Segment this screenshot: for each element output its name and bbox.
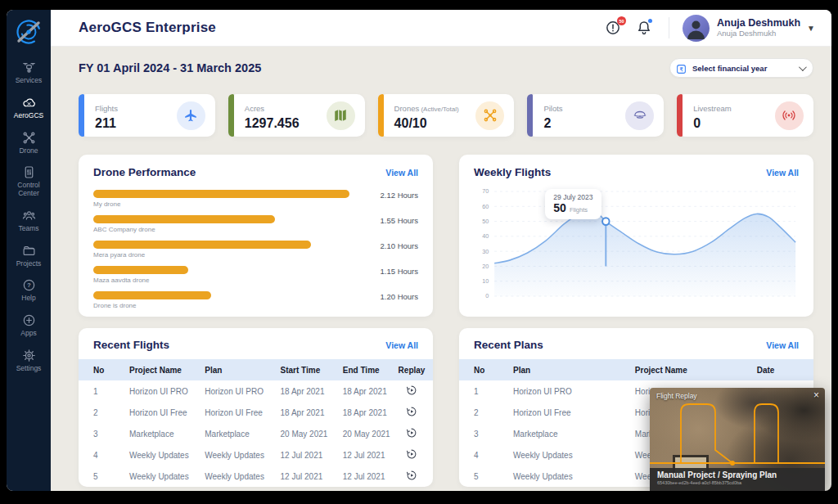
weekly-flights-chart: 010203040506070 29 July 2023 50 Flights — [474, 183, 799, 306]
sidebar-item-label: Drone — [19, 147, 38, 155]
replay-footer: Manual Project / Spraying Plan 65430bee-… — [650, 468, 825, 491]
table-cell: 4 — [459, 451, 498, 460]
financial-year-select[interactable]: ₹ Select financial year — [669, 58, 813, 78]
performance-bar-row: ABC Company drone1.55 Hours — [93, 215, 418, 233]
column-header: Date — [742, 366, 813, 375]
svg-text:10: 10 — [482, 277, 489, 285]
drone-name-label: My drone — [93, 200, 349, 208]
recent-plans-title: Recent Plans — [474, 339, 543, 351]
performance-bar-row: Mera pyara drone2.10 Hours — [93, 241, 418, 259]
close-icon[interactable]: × — [813, 389, 819, 401]
table-cell: 2 — [79, 408, 115, 417]
stat-card-livestream: Livestream0 — [677, 94, 813, 137]
sidebar-item-label: Settings — [16, 365, 42, 373]
notifications-bell-icon[interactable] — [636, 20, 652, 36]
column-header: Start Time — [266, 366, 328, 375]
table-cell: 12 Jul 2021 — [328, 451, 390, 460]
recent-plans-view-all-link[interactable]: View All — [766, 340, 799, 350]
fiscal-year-heading: FY 01 April 2024 - 31 March 2025 — [79, 61, 261, 74]
column-header: Plan — [190, 366, 265, 375]
drone-name-label: Maza aavdta drone — [93, 277, 349, 284]
replay-button[interactable] — [406, 406, 417, 417]
replay-button[interactable] — [406, 385, 417, 396]
notification-dot — [648, 19, 652, 23]
table-cell: Marketplace — [190, 430, 265, 439]
table-cell: 12 Jul 2021 — [266, 451, 328, 460]
recent-flights-title: Recent Flights — [93, 339, 169, 351]
sidebar-item-aerogcs[interactable]: AeroGCS — [7, 96, 51, 120]
drone-performance-view-all-link[interactable]: View All — [385, 168, 418, 178]
replay-button[interactable] — [406, 448, 417, 460]
user-menu-caret-icon[interactable]: ▼ — [807, 24, 815, 33]
sidebar-item-help[interactable]: ?Help — [7, 278, 51, 303]
column-header: No — [459, 366, 498, 375]
table-cell: 5 — [79, 472, 115, 481]
table-cell: Weekly Updates — [115, 472, 190, 481]
table-header-row: NoPlanProject NameDate — [459, 359, 813, 380]
sidebar-item-settings[interactable]: Settings — [7, 349, 51, 373]
stat-value: 0 — [693, 115, 731, 132]
hours-label: 1.20 Hours — [361, 292, 418, 301]
hours-label: 2.10 Hours — [361, 241, 418, 250]
table-cell: Horizon UI Free — [498, 408, 620, 417]
svg-text:70: 70 — [482, 187, 489, 195]
sidebar-item-apps[interactable]: Apps — [7, 313, 51, 338]
gear-icon — [22, 349, 36, 362]
table-cell: Horizon UI PRO — [498, 387, 620, 396]
sidebar-item-services[interactable]: Services — [7, 61, 51, 85]
control-panel-icon — [22, 165, 36, 179]
chart-tooltip: 29 July 2023 50 Flights — [545, 189, 601, 219]
drone-name-label: Drone is drone — [93, 302, 349, 309]
performance-bar — [93, 190, 349, 198]
sidebar-item-control-center[interactable]: Control Center — [7, 165, 51, 198]
table-cell: 18 Apr 2021 — [328, 408, 390, 417]
table-cell: 12 Jul 2021 — [328, 472, 390, 481]
rupee-calendar-icon: ₹ — [676, 63, 687, 74]
stat-value: 2 — [543, 115, 562, 132]
sidebar-item-projects[interactable]: Projects — [7, 244, 51, 268]
performance-bar — [93, 215, 275, 223]
user-menu[interactable]: Anuja Deshmukh Anuja Deshmukh — [717, 17, 800, 38]
tooltip-unit: Flights — [570, 206, 588, 214]
drone-performance-title: Drone Performance — [93, 166, 196, 178]
sidebar-item-label: Apps — [20, 330, 36, 338]
sidebar-item-label: Help — [21, 295, 35, 303]
aerogcs-logo-icon — [11, 15, 46, 49]
table-row: 4Weekly UpdatesWeekly Updates12 Jul 2021… — [79, 444, 433, 466]
replay-plan-id: 65430bee-ed2b-4eed-a0cf-85bb375cd0ba — [657, 480, 818, 485]
sidebar-item-label: Control Center — [7, 182, 51, 198]
stat-label: Pilots — [543, 104, 562, 113]
replay-button[interactable] — [406, 427, 417, 439]
tooltip-date: 29 July 2023 — [553, 193, 592, 201]
table-cell: Horizon UI PRO — [190, 387, 265, 396]
table-cell: 5 — [459, 472, 498, 481]
table-cell: Weekly Updates — [498, 472, 620, 481]
table-cell: 20 May 2021 — [328, 430, 390, 439]
user-name: Anuja Deshmukh — [717, 17, 800, 29]
avatar[interactable] — [683, 15, 710, 42]
stat-accent-bar — [527, 94, 533, 137]
financial-year-select-value: Select financial year — [692, 64, 767, 73]
weekly-flights-view-all-link[interactable]: View All — [766, 168, 799, 178]
stat-accent-bar — [228, 94, 234, 137]
tooltip-value: 50 — [553, 201, 566, 214]
weekly-flights-panel: Weekly Flights View All 010203040506070 … — [459, 155, 813, 317]
svg-text:40: 40 — [482, 232, 489, 240]
alerts-icon[interactable]: 50 — [605, 20, 621, 36]
stat-value: 211 — [95, 115, 118, 132]
table-cell: Horizon UI Free — [115, 408, 190, 417]
sidebar-item-label: Services — [16, 77, 43, 85]
app-window: ServicesAeroGCSDroneControl CenterTeamsP… — [7, 10, 831, 491]
table-row: 2Horizon UI FreeHorizon UI Free18 Apr 20… — [79, 402, 433, 423]
sidebar-item-drone[interactable]: Drone — [7, 131, 51, 155]
drone-name-label: ABC Company drone — [93, 226, 349, 233]
recent-flights-view-all-link[interactable]: View All — [385, 340, 418, 350]
replay-button[interactable] — [406, 470, 417, 481]
sidebar-item-label: AeroGCS — [14, 112, 43, 120]
flight-replay-popup: Flight Replay × Manual Project / Sprayin… — [650, 388, 825, 491]
performance-bar — [93, 241, 311, 249]
stat-label: Flights — [95, 104, 118, 113]
table-header-row: NoProject NamePlanStart TimeEnd TimeRepl… — [79, 359, 433, 380]
user-subtitle: Anuja Deshmukh — [717, 29, 800, 38]
sidebar-item-teams[interactable]: Teams — [7, 209, 51, 233]
